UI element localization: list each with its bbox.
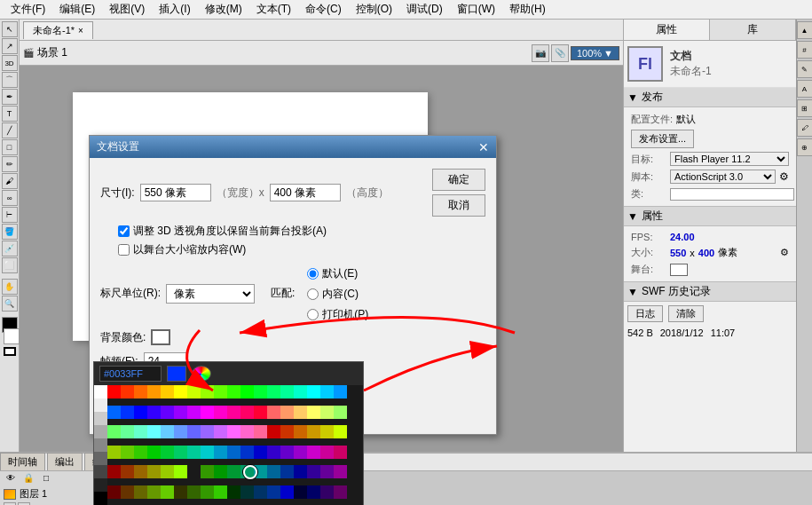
color-cell[interactable] xyxy=(240,385,254,398)
color-cell[interactable] xyxy=(214,406,227,419)
gray-8[interactable] xyxy=(94,492,107,505)
radio-content-input[interactable] xyxy=(307,288,319,300)
tool-line[interactable]: ╱ xyxy=(2,122,18,138)
tool-brush[interactable]: 🖌 xyxy=(2,173,18,189)
far-tool-7[interactable]: ⊕ xyxy=(797,138,813,156)
far-tool-2[interactable]: # xyxy=(797,41,813,59)
color-wheel-btn[interactable] xyxy=(192,366,211,382)
color-cell[interactable] xyxy=(294,385,307,398)
tool-hand[interactable]: ✋ xyxy=(2,279,18,295)
color-cell[interactable] xyxy=(161,385,174,398)
color-preview[interactable] xyxy=(167,366,186,382)
color-cell[interactable] xyxy=(187,425,201,438)
tab-close-btn[interactable]: × xyxy=(78,26,83,36)
color-cell[interactable] xyxy=(134,406,147,419)
ok-btn[interactable]: 确定 xyxy=(432,169,485,191)
color-cell[interactable] xyxy=(227,406,240,419)
color-cell[interactable] xyxy=(320,446,334,459)
tool-text[interactable]: T xyxy=(2,106,18,122)
color-cell[interactable] xyxy=(121,446,134,459)
tool-paint-bucket[interactable]: 🪣 xyxy=(2,224,18,240)
color-cell[interactable] xyxy=(267,465,280,478)
checkbox-3d-input[interactable] xyxy=(118,225,130,237)
cancel-btn[interactable]: 取消 xyxy=(432,194,485,217)
color-cell[interactable] xyxy=(214,425,227,438)
color-cell[interactable] xyxy=(174,385,187,398)
script-select[interactable]: ActionScript 3.0 xyxy=(670,170,776,184)
color-cell[interactable] xyxy=(134,446,147,459)
color-picker[interactable] xyxy=(93,361,364,505)
color-cell[interactable] xyxy=(174,425,187,438)
checkbox-scale-input[interactable] xyxy=(118,244,130,256)
gray-3[interactable] xyxy=(94,425,107,438)
publish-section-header[interactable]: ▼ 发布 xyxy=(624,88,796,107)
color-cell[interactable] xyxy=(121,425,134,438)
color-cell[interactable] xyxy=(227,465,240,478)
color-cell[interactable] xyxy=(240,465,254,478)
menu-help[interactable]: 帮助(H) xyxy=(502,0,553,19)
color-cell[interactable] xyxy=(280,406,294,419)
color-cell[interactable] xyxy=(267,385,280,398)
clear-btn[interactable]: 清除 xyxy=(668,305,704,322)
tool-zoom[interactable]: 🔍 xyxy=(2,296,18,312)
color-cell[interactable] xyxy=(320,485,334,499)
color-cell[interactable] xyxy=(187,465,201,478)
color-cell[interactable] xyxy=(201,446,214,459)
color-cell[interactable] xyxy=(134,425,147,438)
color-cell[interactable] xyxy=(107,485,121,499)
menu-text[interactable]: 文本(T) xyxy=(249,0,298,19)
color-cell[interactable] xyxy=(320,425,334,438)
color-cell[interactable] xyxy=(254,446,267,459)
hex-color-input[interactable] xyxy=(99,366,162,382)
far-tool-5[interactable]: ⊞ xyxy=(797,99,813,117)
color-cell[interactable] xyxy=(161,485,174,499)
publish-settings-btn[interactable]: 发布设置... xyxy=(631,130,694,148)
color-cell[interactable] xyxy=(161,425,174,438)
color-cell[interactable] xyxy=(334,385,347,398)
color-cell[interactable] xyxy=(307,425,320,438)
bg-color-swatch[interactable] xyxy=(151,329,170,345)
tool-lasso[interactable]: ⌒ xyxy=(2,72,18,88)
tab-timeline[interactable]: 时间轴 xyxy=(0,453,45,470)
gray-0[interactable] xyxy=(94,385,107,398)
color-cell[interactable] xyxy=(227,425,240,438)
color-cell[interactable] xyxy=(107,446,121,459)
menu-insert[interactable]: 插入(I) xyxy=(152,0,197,19)
color-cell[interactable] xyxy=(187,485,201,499)
color-cell[interactable] xyxy=(161,465,174,478)
layer-lock-btn[interactable]: 🔒 xyxy=(21,473,35,485)
color-cell[interactable] xyxy=(307,385,320,398)
tab-properties[interactable]: 属性 xyxy=(624,20,710,40)
color-cell[interactable] xyxy=(174,446,187,459)
layer-outline-btn[interactable]: □ xyxy=(39,473,53,485)
far-tool-3[interactable]: ✎ xyxy=(797,60,813,78)
color-cell[interactable] xyxy=(240,406,254,419)
color-cell[interactable] xyxy=(121,406,134,419)
ruler-select[interactable]: 像素 xyxy=(166,284,255,304)
stage-color-swatch[interactable] xyxy=(670,264,688,276)
layer-visibility-btn[interactable]: 👁 xyxy=(4,473,18,485)
color-cell[interactable] xyxy=(187,385,201,398)
color-cell[interactable] xyxy=(254,406,267,419)
tool-pen[interactable]: ✒ xyxy=(2,89,18,105)
properties-section-header[interactable]: ▼ 属性 xyxy=(624,206,796,226)
menu-debug[interactable]: 调试(D) xyxy=(399,0,450,19)
color-cell[interactable] xyxy=(201,406,214,419)
color-cell[interactable] xyxy=(294,485,307,499)
color-cell[interactable] xyxy=(280,485,294,499)
color-cell[interactable] xyxy=(201,425,214,438)
color-cell[interactable] xyxy=(147,385,161,398)
menu-view[interactable]: 视图(V) xyxy=(102,0,152,19)
color-cell[interactable] xyxy=(254,425,267,438)
tab-unnamed[interactable]: 未命名-1* × xyxy=(23,21,93,39)
color-cell[interactable] xyxy=(201,385,214,398)
tab-library[interactable]: 库 xyxy=(710,20,796,40)
menu-file[interactable]: 文件(F) xyxy=(4,0,52,19)
color-cell[interactable] xyxy=(320,406,334,419)
color-cell[interactable] xyxy=(267,485,280,499)
color-cell[interactable] xyxy=(174,406,187,419)
tool-subselect[interactable]: ↗ xyxy=(2,38,18,54)
color-cell[interactable] xyxy=(147,465,161,478)
color-cell[interactable] xyxy=(280,446,294,459)
script-settings-icon[interactable]: ⚙ xyxy=(779,170,789,183)
